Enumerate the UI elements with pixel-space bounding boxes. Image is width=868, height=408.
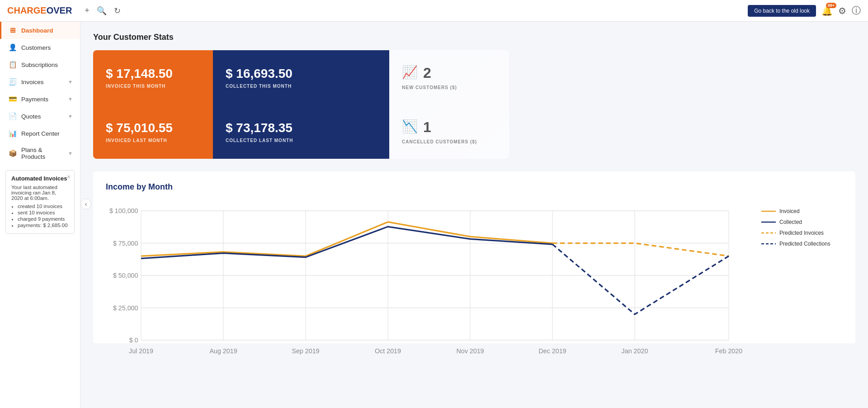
sidebar-label-invoices: Invoices — [21, 79, 44, 85]
sidebar-label-subscriptions: Subscriptions — [21, 62, 58, 68]
sidebar-icon-report-center: 📊 — [9, 129, 17, 138]
logo[interactable]: CHARGE OVER — [7, 5, 72, 16]
sidebar-icon-invoices: 🧾 — [9, 78, 17, 86]
cancelled-customers-card: 📉 1 CANCELLED CUSTOMERS ($) — [389, 104, 509, 159]
legend-predicted-collections-label: Predicted Collections — [779, 241, 830, 247]
sidebar-arrow-plans-products: ▼ — [68, 151, 73, 156]
auto-invoice-item: created 10 invoices — [18, 204, 69, 209]
svg-text:Oct 2019: Oct 2019 — [375, 347, 401, 355]
svg-text:$ 100,000: $ 100,000 — [109, 207, 138, 214]
auto-invoices-list: created 10 invoicessent 10 invoicescharg… — [11, 204, 69, 228]
trending-down-icon: 📉 — [402, 119, 418, 134]
svg-text:$ 25,000: $ 25,000 — [113, 304, 138, 312]
svg-text:Sep 2019: Sep 2019 — [292, 347, 319, 355]
sidebar-icon-payments: 💳 — [9, 95, 17, 103]
auto-invoice-item: sent 10 invoices — [18, 210, 69, 215]
sidebar-item-dashboard[interactable]: ⊞ Dashboard — [0, 22, 80, 39]
sidebar-nav: ⊞ Dashboard 👤 Customers 📋 Subscriptions … — [0, 22, 80, 165]
collected-last-month-amount: $ 73,178.35 — [226, 121, 377, 135]
svg-text:Nov 2019: Nov 2019 — [456, 347, 484, 355]
cancelled-customers-label: CANCELLED CUSTOMERS ($) — [402, 139, 496, 144]
logo-over: OVER — [47, 5, 72, 16]
notification-badge: 99+ — [826, 3, 836, 8]
main-layout: ⊞ Dashboard 👤 Customers 📋 Subscriptions … — [0, 22, 868, 408]
stats-grid: $ 17,148.50 INVOICED THIS MONTH $ 75,010… — [93, 50, 509, 159]
sidebar-icon-customers: 👤 — [9, 43, 17, 52]
auto-invoice-item: payments: $ 2,685.00 — [18, 223, 69, 228]
sidebar-item-invoices[interactable]: 🧾 Invoices ▼ — [0, 73, 80, 90]
auto-invoices-title: Automated Invoices — [11, 175, 69, 182]
legend-predicted-invoices-label: Predicted Invoices — [779, 230, 824, 236]
auto-invoice-item: charged 9 payments — [18, 216, 69, 222]
legend-predicted-collections: Predicted Collections — [761, 241, 843, 247]
help-icon[interactable]: ⓘ — [852, 5, 861, 17]
stats-col-invoiced: $ 17,148.50 INVOICED THIS MONTH $ 75,010… — [93, 50, 213, 159]
svg-text:Jan 2020: Jan 2020 — [622, 347, 648, 355]
stats-col-customers: 📈 2 NEW CUSTOMERS ($) 📉 1 CANCELLED CUST… — [389, 50, 509, 159]
sidebar-icon-dashboard: ⊞ — [9, 26, 17, 34]
svg-text:$ 75,000: $ 75,000 — [113, 240, 138, 247]
sidebar-arrow-invoices: ▼ — [68, 79, 73, 85]
trending-up-icon: 📈 — [402, 65, 418, 80]
new-customers-row: 📈 2 — [402, 65, 496, 81]
sidebar-item-quotes[interactable]: 📄 Quotes ▼ — [0, 108, 80, 125]
collected-last-month-label: COLLECTED LAST MONTH — [226, 138, 377, 143]
sidebar-label-customers: Customers — [21, 44, 51, 51]
page-title: Your Customer Stats — [93, 33, 855, 42]
collected-this-month-card: $ 16,693.50 COLLECTED THIS MONTH — [213, 50, 389, 104]
svg-text:Feb 2020: Feb 2020 — [715, 347, 742, 355]
legend-invoiced: Invoiced — [761, 208, 843, 214]
history-icon[interactable]: ↻ — [114, 6, 121, 16]
invoiced-last-month-label: INVOICED LAST MONTH — [106, 138, 200, 143]
income-chart: $ 100,000 $ 75,000 $ 50,000 $ 25,000 $ 0… — [106, 199, 752, 326]
settings-icon[interactable]: ⚙ — [838, 5, 846, 16]
cancelled-customers-row: 📉 1 — [402, 119, 496, 136]
plus-icon[interactable]: + — [85, 6, 90, 15]
chart-container: $ 100,000 $ 75,000 $ 50,000 $ 25,000 $ 0… — [106, 199, 843, 326]
sidebar-label-quotes: Quotes — [21, 113, 41, 120]
invoiced-this-month-amount: $ 17,148.50 — [106, 66, 200, 81]
legend-invoiced-label: Invoiced — [779, 208, 800, 214]
sidebar-arrow-payments: ▼ — [68, 96, 73, 102]
svg-text:Dec 2019: Dec 2019 — [538, 347, 566, 355]
svg-text:$ 0: $ 0 — [129, 337, 138, 344]
sidebar-item-customers[interactable]: 👤 Customers — [0, 39, 80, 56]
sidebar-label-plans-products: Plans & Products — [21, 147, 63, 160]
search-icon[interactable]: 🔍 — [97, 6, 107, 16]
auto-invoices-description: Your last automated invoicing ran Jan 8,… — [11, 185, 69, 201]
invoiced-last-month-card: $ 75,010.55 INVOICED LAST MONTH — [93, 104, 213, 159]
legend-collected: Collected — [761, 219, 843, 225]
svg-text:Jul 2019: Jul 2019 — [129, 347, 153, 355]
sidebar: ⊞ Dashboard 👤 Customers 📋 Subscriptions … — [0, 22, 80, 408]
sidebar-icon-quotes: 📄 — [9, 112, 17, 120]
old-look-button[interactable]: Go back to the old look — [748, 5, 816, 17]
notifications-button[interactable]: 🔔 99+ — [821, 5, 833, 16]
svg-text:Aug 2019: Aug 2019 — [209, 347, 237, 355]
close-button[interactable]: × — [67, 173, 71, 180]
sidebar-icon-plans-products: 📦 — [9, 149, 17, 157]
logo-charge: CHARGE — [7, 5, 47, 16]
collected-this-month-amount: $ 16,693.50 — [226, 66, 377, 81]
new-customers-count: 2 — [423, 65, 431, 81]
sidebar-label-report-center: Report Center — [21, 130, 60, 137]
sidebar-collapse-button[interactable]: ‹ — [80, 199, 91, 209]
invoiced-this-month-card: $ 17,148.50 INVOICED THIS MONTH — [93, 50, 213, 104]
collected-this-month-label: COLLECTED THIS MONTH — [226, 84, 377, 89]
sidebar-item-subscriptions[interactable]: 📋 Subscriptions — [0, 56, 80, 73]
sidebar-item-plans-products[interactable]: 📦 Plans & Products ▼ — [0, 142, 80, 165]
chart-title: Income by Month — [106, 182, 843, 192]
main-content: Your Customer Stats $ 17,148.50 INVOICED… — [80, 22, 868, 408]
new-customers-label: NEW CUSTOMERS ($) — [402, 85, 496, 90]
invoiced-this-month-label: INVOICED THIS MONTH — [106, 84, 200, 89]
topnav-right: Go back to the old look 🔔 99+ ⚙ ⓘ — [748, 5, 861, 17]
new-customers-card: 📈 2 NEW CUSTOMERS ($) — [389, 50, 509, 104]
stats-col-collected: $ 16,693.50 COLLECTED THIS MONTH $ 73,17… — [213, 50, 389, 159]
topnav-icons: + 🔍 ↻ — [85, 6, 121, 16]
sidebar-label-payments: Payments — [21, 96, 48, 103]
sidebar-item-payments[interactable]: 💳 Payments ▼ — [0, 90, 80, 108]
svg-text:$ 50,000: $ 50,000 — [113, 272, 138, 279]
chart-section: Income by Month — [93, 171, 855, 343]
sidebar-item-report-center[interactable]: 📊 Report Center — [0, 125, 80, 142]
cancelled-customers-count: 1 — [423, 119, 431, 136]
sidebar-icon-subscriptions: 📋 — [9, 61, 17, 69]
